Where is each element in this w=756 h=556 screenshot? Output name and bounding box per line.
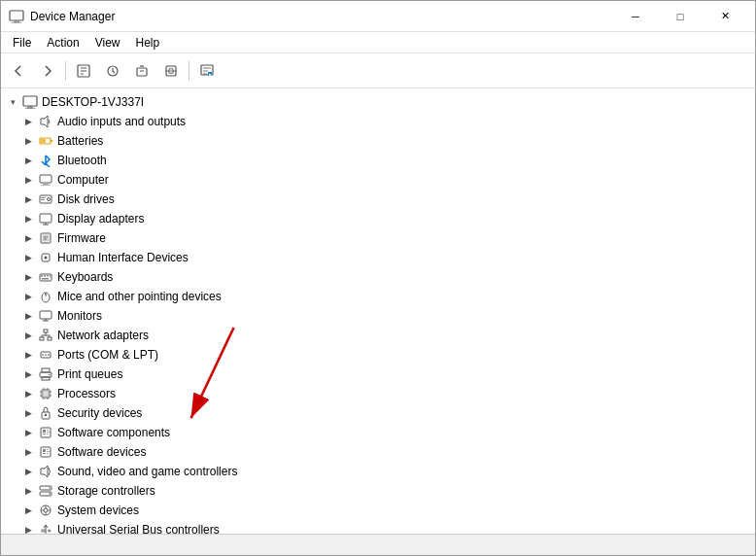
svg-rect-0 — [10, 11, 23, 20]
print-icon — [38, 366, 53, 382]
expand-firmware[interactable]: ▶ — [20, 230, 36, 246]
svg-marker-91 — [41, 466, 48, 477]
svg-rect-52 — [44, 330, 48, 332]
expand-software-dev[interactable]: ▶ — [20, 444, 36, 460]
menu-help[interactable]: Help — [128, 34, 168, 52]
computer-label: Computer — [57, 173, 109, 187]
tree-root[interactable]: ▾ DESKTOP-1VJ337I — [1, 92, 755, 112]
list-item[interactable]: ▶ System devices — [1, 501, 755, 520]
list-item[interactable]: ▶ Disk drives — [1, 190, 755, 209]
back-button[interactable] — [5, 57, 32, 85]
list-item[interactable]: ▶ Sound, video and game controllers — [1, 462, 755, 481]
svg-rect-8 — [137, 68, 147, 76]
list-item[interactable]: ▶ Monitors — [1, 306, 755, 326]
update-driver-button[interactable] — [99, 57, 126, 85]
software-comp-icon — [38, 425, 53, 440]
list-item[interactable]: ▶ Print queues — [1, 365, 755, 384]
expand-ports[interactable]: ▶ — [20, 347, 36, 363]
ports-icon — [38, 347, 53, 363]
list-item[interactable]: ▶ Bluetooth — [1, 151, 755, 170]
audio-label: Audio inputs and outputs — [57, 115, 186, 128]
list-item[interactable]: ▶ Universal Serial Bus controllers — [1, 520, 755, 534]
expand-disk[interactable]: ▶ — [20, 191, 36, 207]
svg-point-66 — [49, 374, 51, 376]
list-item[interactable]: ▶ Display adapters — [1, 209, 755, 228]
svg-rect-103 — [42, 530, 45, 532]
expand-sound[interactable]: ▶ — [20, 464, 36, 479]
list-item[interactable]: ▶ Storage controllers — [1, 481, 755, 501]
menu-view[interactable]: View — [87, 34, 128, 52]
expand-computer[interactable]: ▶ — [20, 172, 36, 188]
tree-content[interactable]: ▾ DESKTOP-1VJ337I ▶ — [1, 88, 755, 534]
close-button[interactable]: ✕ — [703, 1, 747, 32]
list-item[interactable]: ▶ Firmware — [1, 228, 755, 248]
list-item[interactable]: ▶ Mice and other pointing devices — [1, 287, 755, 306]
svg-rect-25 — [43, 183, 49, 185]
svg-rect-88 — [47, 449, 49, 450]
svg-rect-84 — [47, 434, 49, 434]
expand-processors[interactable]: ▶ — [20, 386, 36, 401]
expand-display[interactable]: ▶ — [20, 211, 36, 226]
expand-system[interactable]: ▶ — [20, 503, 36, 518]
list-item[interactable]: ▶ Batteries — [1, 131, 755, 151]
expand-audio[interactable]: ▶ — [20, 114, 36, 129]
help-button[interactable]: ▶ — [193, 57, 221, 85]
expand-mice[interactable]: ▶ — [20, 289, 36, 304]
svg-rect-30 — [41, 199, 45, 200]
list-item[interactable]: ▶ Computer — [1, 170, 755, 190]
expand-print[interactable]: ▶ — [20, 366, 36, 382]
root-icon — [22, 94, 38, 110]
expand-hid[interactable]: ▶ — [20, 250, 36, 265]
expand-batteries[interactable]: ▶ — [20, 133, 36, 149]
svg-rect-42 — [44, 275, 46, 277]
list-item[interactable]: ▶ Software devices — [1, 442, 755, 462]
expand-bluetooth[interactable]: ▶ — [20, 153, 36, 168]
uninstall-button[interactable] — [128, 57, 155, 85]
svg-rect-80 — [43, 430, 46, 433]
security-icon — [38, 405, 53, 421]
root-expand[interactable]: ▾ — [5, 94, 20, 110]
svg-rect-86 — [43, 449, 46, 452]
svg-rect-63 — [42, 368, 50, 372]
scan-button[interactable] — [157, 57, 185, 85]
list-item[interactable]: ▶ Keyboards — [1, 267, 755, 287]
expand-software-comp[interactable]: ▶ — [20, 425, 36, 440]
ports-label: Ports (COM & LPT) — [57, 348, 158, 362]
expand-usb[interactable]: ▶ — [20, 522, 36, 534]
maximize-button[interactable]: □ — [658, 1, 703, 32]
computer-icon — [38, 172, 53, 188]
list-item[interactable]: ▶ Ports (COM & LPT) — [1, 345, 755, 365]
window-icon — [9, 9, 24, 24]
list-item[interactable]: ▶ Network adapters — [1, 326, 755, 345]
window-controls: ─ □ ✕ — [613, 1, 747, 32]
list-item[interactable]: ▶ Audio inputs and outputs — [1, 112, 755, 131]
svg-point-61 — [45, 354, 47, 356]
svg-rect-19 — [25, 108, 35, 109]
list-item[interactable]: ▶ Software components — [1, 423, 755, 442]
expand-storage[interactable]: ▶ — [20, 483, 36, 499]
svg-rect-45 — [42, 278, 49, 280]
svg-point-60 — [42, 354, 44, 356]
system-icon — [38, 503, 53, 518]
software-dev-icon — [38, 444, 53, 460]
svg-rect-2 — [12, 22, 21, 23]
list-item[interactable]: ▶ Processors — [1, 384, 755, 403]
toolbar: ▶ — [1, 53, 755, 88]
menu-action[interactable]: Action — [39, 34, 86, 52]
menu-file[interactable]: File — [5, 34, 39, 52]
mice-label: Mice and other pointing devices — [57, 290, 222, 303]
minimize-button[interactable]: ─ — [613, 1, 658, 32]
svg-rect-18 — [27, 106, 33, 108]
list-item[interactable]: ▶ Human Interface Devices — [1, 248, 755, 267]
expand-security[interactable]: ▶ — [20, 405, 36, 421]
expand-keyboards[interactable]: ▶ — [20, 269, 36, 285]
expand-monitors[interactable]: ▶ — [20, 308, 36, 324]
list-item[interactable]: ▶ Security devices — [1, 403, 755, 423]
svg-rect-68 — [43, 391, 49, 397]
forward-button[interactable] — [34, 57, 61, 85]
keyboards-icon — [38, 269, 53, 285]
properties-button[interactable] — [70, 57, 97, 85]
expand-network[interactable]: ▶ — [20, 328, 36, 343]
svg-rect-26 — [41, 185, 51, 186]
batteries-label: Batteries — [57, 134, 103, 148]
